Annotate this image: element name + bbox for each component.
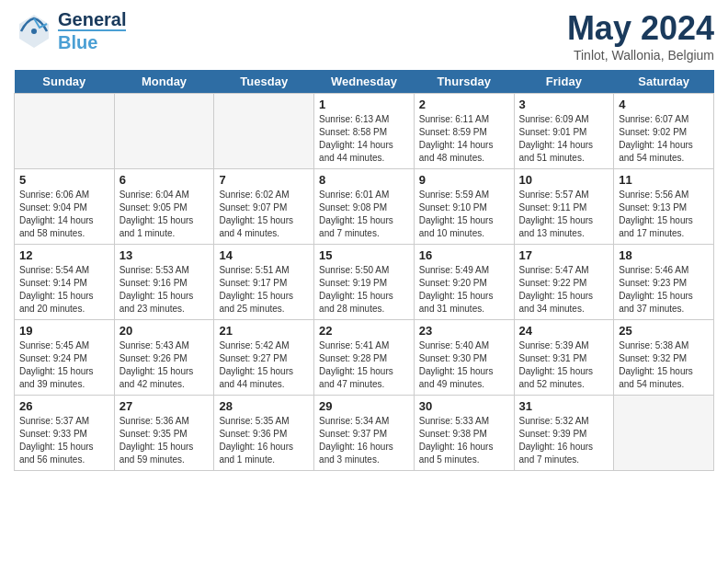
day-info: Sunrise: 5:40 AM Sunset: 9:30 PM Dayligh… xyxy=(419,339,509,391)
day-info: Sunrise: 5:33 AM Sunset: 9:38 PM Dayligh… xyxy=(419,415,509,466)
day-info: Sunrise: 6:13 AM Sunset: 8:58 PM Dayligh… xyxy=(319,113,409,165)
day-info: Sunrise: 6:09 AM Sunset: 9:01 PM Dayligh… xyxy=(519,113,609,165)
calendar-cell: 4Sunrise: 6:07 AM Sunset: 9:02 PM Daylig… xyxy=(614,94,714,169)
calendar-cell: 6Sunrise: 6:04 AM Sunset: 9:05 PM Daylig… xyxy=(114,169,214,245)
calendar-cell: 7Sunrise: 6:02 AM Sunset: 9:07 PM Daylig… xyxy=(214,169,314,245)
calendar-cell: 17Sunrise: 5:47 AM Sunset: 9:22 PM Dayli… xyxy=(514,245,614,320)
day-info: Sunrise: 5:37 AM Sunset: 9:33 PM Dayligh… xyxy=(19,415,109,466)
calendar-cell: 16Sunrise: 5:49 AM Sunset: 9:20 PM Dayli… xyxy=(414,245,514,320)
day-info: Sunrise: 5:45 AM Sunset: 9:24 PM Dayligh… xyxy=(19,339,109,391)
day-number: 30 xyxy=(419,399,509,413)
day-number: 14 xyxy=(219,248,309,262)
header-row: Sunday Monday Tuesday Wednesday Thursday… xyxy=(15,70,714,94)
col-thursday: Thursday xyxy=(414,70,514,94)
calendar-cell: 26Sunrise: 5:37 AM Sunset: 9:33 PM Dayli… xyxy=(15,396,115,471)
col-wednesday: Wednesday xyxy=(314,70,415,94)
calendar-cell: 1Sunrise: 6:13 AM Sunset: 8:58 PM Daylig… xyxy=(314,94,415,169)
day-info: Sunrise: 5:35 AM Sunset: 9:36 PM Dayligh… xyxy=(219,415,309,466)
day-info: Sunrise: 5:56 AM Sunset: 9:13 PM Dayligh… xyxy=(619,189,709,240)
day-info: Sunrise: 5:47 AM Sunset: 9:22 PM Dayligh… xyxy=(519,264,609,316)
day-number: 17 xyxy=(519,248,609,262)
day-number: 1 xyxy=(319,98,409,111)
logo: General Blue xyxy=(14,9,126,52)
day-info: Sunrise: 5:41 AM Sunset: 9:28 PM Dayligh… xyxy=(319,339,409,391)
day-number: 29 xyxy=(319,399,409,413)
day-info: Sunrise: 5:51 AM Sunset: 9:17 PM Dayligh… xyxy=(219,264,309,316)
day-number: 12 xyxy=(19,248,109,262)
day-number: 11 xyxy=(619,173,709,187)
calendar-cell: 24Sunrise: 5:39 AM Sunset: 9:31 PM Dayli… xyxy=(514,320,614,396)
calendar-cell: 20Sunrise: 5:43 AM Sunset: 9:26 PM Dayli… xyxy=(114,320,214,396)
calendar-cell xyxy=(614,396,714,471)
location: Tinlot, Wallonia, Belgium xyxy=(567,48,714,63)
calendar-cell: 27Sunrise: 5:36 AM Sunset: 9:35 PM Dayli… xyxy=(114,396,214,471)
day-number: 15 xyxy=(319,248,409,262)
calendar-cell: 13Sunrise: 5:53 AM Sunset: 9:16 PM Dayli… xyxy=(114,245,214,320)
calendar-cell xyxy=(15,94,115,169)
day-number: 2 xyxy=(419,98,509,111)
day-number: 13 xyxy=(119,248,210,262)
day-info: Sunrise: 5:43 AM Sunset: 9:26 PM Dayligh… xyxy=(119,339,210,391)
day-number: 16 xyxy=(419,248,509,262)
calendar-cell: 8Sunrise: 6:01 AM Sunset: 9:08 PM Daylig… xyxy=(314,169,415,245)
day-number: 23 xyxy=(419,324,509,338)
day-info: Sunrise: 6:07 AM Sunset: 9:02 PM Dayligh… xyxy=(619,113,709,165)
col-saturday: Saturday xyxy=(614,70,714,94)
calendar-cell: 23Sunrise: 5:40 AM Sunset: 9:30 PM Dayli… xyxy=(414,320,514,396)
calendar-cell: 21Sunrise: 5:42 AM Sunset: 9:27 PM Dayli… xyxy=(214,320,314,396)
day-info: Sunrise: 6:02 AM Sunset: 9:07 PM Dayligh… xyxy=(219,189,309,240)
day-number: 24 xyxy=(519,324,609,338)
calendar-cell: 2Sunrise: 6:11 AM Sunset: 8:59 PM Daylig… xyxy=(414,94,514,169)
logo-icon xyxy=(14,11,54,52)
day-info: Sunrise: 5:57 AM Sunset: 9:11 PM Dayligh… xyxy=(519,189,609,240)
day-number: 20 xyxy=(119,324,210,338)
day-number: 27 xyxy=(119,399,210,413)
day-info: Sunrise: 6:06 AM Sunset: 9:04 PM Dayligh… xyxy=(19,189,109,240)
day-info: Sunrise: 5:32 AM Sunset: 9:39 PM Dayligh… xyxy=(519,415,609,466)
calendar-cell: 19Sunrise: 5:45 AM Sunset: 9:24 PM Dayli… xyxy=(15,320,115,396)
calendar-cell xyxy=(114,94,214,169)
day-number: 7 xyxy=(219,173,309,187)
calendar-cell: 25Sunrise: 5:38 AM Sunset: 9:32 PM Dayli… xyxy=(614,320,714,396)
col-monday: Monday xyxy=(114,70,214,94)
month-title: May 2024 xyxy=(567,9,714,48)
day-number: 18 xyxy=(619,248,709,262)
day-info: Sunrise: 5:39 AM Sunset: 9:31 PM Dayligh… xyxy=(519,339,609,391)
day-number: 26 xyxy=(19,399,109,413)
day-info: Sunrise: 6:04 AM Sunset: 9:05 PM Dayligh… xyxy=(119,189,210,240)
day-number: 3 xyxy=(519,98,609,111)
calendar-cell xyxy=(214,94,314,169)
calendar-cell: 12Sunrise: 5:54 AM Sunset: 9:14 PM Dayli… xyxy=(15,245,115,320)
calendar-cell: 10Sunrise: 5:57 AM Sunset: 9:11 PM Dayli… xyxy=(514,169,614,245)
calendar-cell: 29Sunrise: 5:34 AM Sunset: 9:37 PM Dayli… xyxy=(314,396,415,471)
calendar-cell: 11Sunrise: 5:56 AM Sunset: 9:13 PM Dayli… xyxy=(614,169,714,245)
day-number: 8 xyxy=(319,173,409,187)
svg-point-1 xyxy=(31,29,37,34)
day-number: 4 xyxy=(619,98,709,111)
day-number: 6 xyxy=(119,173,210,187)
col-tuesday: Tuesday xyxy=(214,70,314,94)
calendar-cell: 14Sunrise: 5:51 AM Sunset: 9:17 PM Dayli… xyxy=(214,245,314,320)
day-info: Sunrise: 5:46 AM Sunset: 9:23 PM Dayligh… xyxy=(619,264,709,316)
day-info: Sunrise: 5:53 AM Sunset: 9:16 PM Dayligh… xyxy=(119,264,210,316)
title-block: May 2024 Tinlot, Wallonia, Belgium xyxy=(567,9,714,63)
day-number: 19 xyxy=(19,324,109,338)
logo-text-line1: General xyxy=(58,9,126,29)
day-number: 25 xyxy=(619,324,709,338)
calendar-cell: 22Sunrise: 5:41 AM Sunset: 9:28 PM Dayli… xyxy=(314,320,415,396)
col-friday: Friday xyxy=(514,70,614,94)
day-info: Sunrise: 5:49 AM Sunset: 9:20 PM Dayligh… xyxy=(419,264,509,316)
calendar-cell: 9Sunrise: 5:59 AM Sunset: 9:10 PM Daylig… xyxy=(414,169,514,245)
calendar-cell: 28Sunrise: 5:35 AM Sunset: 9:36 PM Dayli… xyxy=(214,396,314,471)
day-info: Sunrise: 5:34 AM Sunset: 9:37 PM Dayligh… xyxy=(319,415,409,466)
day-info: Sunrise: 5:42 AM Sunset: 9:27 PM Dayligh… xyxy=(219,339,309,391)
day-info: Sunrise: 6:11 AM Sunset: 8:59 PM Dayligh… xyxy=(419,113,509,165)
day-info: Sunrise: 5:59 AM Sunset: 9:10 PM Dayligh… xyxy=(419,189,509,240)
day-info: Sunrise: 5:50 AM Sunset: 9:19 PM Dayligh… xyxy=(319,264,409,316)
calendar-cell: 5Sunrise: 6:06 AM Sunset: 9:04 PM Daylig… xyxy=(15,169,115,245)
day-info: Sunrise: 5:54 AM Sunset: 9:14 PM Dayligh… xyxy=(19,264,109,316)
day-number: 5 xyxy=(19,173,109,187)
day-info: Sunrise: 5:36 AM Sunset: 9:35 PM Dayligh… xyxy=(119,415,210,466)
page-header: General Blue May 2024 Tinlot, Wallonia, … xyxy=(14,9,714,63)
calendar-cell: 15Sunrise: 5:50 AM Sunset: 9:19 PM Dayli… xyxy=(314,245,415,320)
